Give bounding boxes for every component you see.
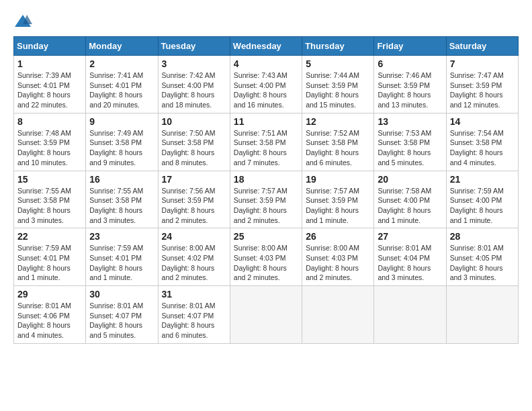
calendar-cell: 6Sunrise: 7:46 AM Sunset: 3:59 PM Daylig… <box>374 56 446 113</box>
cell-content: Sunrise: 7:46 AM Sunset: 3:59 PM Dayligh… <box>378 71 442 110</box>
day-number: 18 <box>234 174 298 185</box>
calendar-cell: 31Sunrise: 8:01 AM Sunset: 4:07 PM Dayli… <box>158 286 230 344</box>
calendar-header-row: SundayMondayTuesdayWednesdayThursdayFrid… <box>14 37 519 56</box>
calendar-table: SundayMondayTuesdayWednesdayThursdayFrid… <box>13 36 519 344</box>
calendar-header-thursday: Thursday <box>302 37 374 56</box>
logo <box>13 13 35 30</box>
calendar-cell: 19Sunrise: 7:57 AM Sunset: 3:59 PM Dayli… <box>302 171 374 228</box>
day-number: 29 <box>17 289 82 300</box>
calendar-cell: 8Sunrise: 7:48 AM Sunset: 3:59 PM Daylig… <box>14 113 86 171</box>
calendar-header-friday: Friday <box>374 37 446 56</box>
day-number: 28 <box>450 231 515 242</box>
calendar-week-5: 29Sunrise: 8:01 AM Sunset: 4:06 PM Dayli… <box>14 286 519 344</box>
cell-content: Sunrise: 7:58 AM Sunset: 4:00 PM Dayligh… <box>378 186 442 226</box>
cell-content: Sunrise: 7:47 AM Sunset: 3:59 PM Dayligh… <box>450 71 515 110</box>
day-number: 5 <box>306 58 370 69</box>
cell-content: Sunrise: 7:52 AM Sunset: 3:58 PM Dayligh… <box>306 128 370 168</box>
day-number: 2 <box>89 58 154 69</box>
cell-content: Sunrise: 8:00 AM Sunset: 4:03 PM Dayligh… <box>234 243 298 283</box>
day-number: 13 <box>378 116 442 127</box>
day-number: 17 <box>162 174 226 185</box>
day-number: 7 <box>450 58 515 69</box>
cell-content: Sunrise: 8:01 AM Sunset: 4:04 PM Dayligh… <box>378 243 442 283</box>
cell-content: Sunrise: 7:59 AM Sunset: 4:01 PM Dayligh… <box>89 243 154 283</box>
cell-content: Sunrise: 7:57 AM Sunset: 3:59 PM Dayligh… <box>306 186 370 226</box>
day-number: 3 <box>162 58 226 69</box>
day-number: 9 <box>89 116 154 127</box>
day-number: 20 <box>378 174 442 185</box>
calendar-cell <box>446 286 518 344</box>
day-number: 12 <box>306 116 370 127</box>
calendar-cell: 28Sunrise: 8:01 AM Sunset: 4:05 PM Dayli… <box>446 228 518 286</box>
cell-content: Sunrise: 7:39 AM Sunset: 4:01 PM Dayligh… <box>17 71 82 110</box>
calendar-cell: 4Sunrise: 7:43 AM Sunset: 4:00 PM Daylig… <box>230 56 302 113</box>
calendar-cell: 10Sunrise: 7:50 AM Sunset: 3:58 PM Dayli… <box>158 113 230 171</box>
calendar-week-1: 1Sunrise: 7:39 AM Sunset: 4:01 PM Daylig… <box>14 56 519 113</box>
calendar-cell: 14Sunrise: 7:54 AM Sunset: 3:58 PM Dayli… <box>446 113 518 171</box>
calendar-cell: 15Sunrise: 7:55 AM Sunset: 3:58 PM Dayli… <box>14 171 86 228</box>
calendar-week-4: 22Sunrise: 7:59 AM Sunset: 4:01 PM Dayli… <box>14 228 519 286</box>
calendar-cell: 1Sunrise: 7:39 AM Sunset: 4:01 PM Daylig… <box>14 56 86 113</box>
calendar-header-monday: Monday <box>86 37 158 56</box>
calendar-cell: 2Sunrise: 7:41 AM Sunset: 4:01 PM Daylig… <box>86 56 158 113</box>
calendar-header-sunday: Sunday <box>14 37 86 56</box>
calendar-cell: 30Sunrise: 8:01 AM Sunset: 4:07 PM Dayli… <box>86 286 158 344</box>
day-number: 26 <box>306 231 370 242</box>
day-number: 4 <box>234 58 298 69</box>
calendar-cell: 7Sunrise: 7:47 AM Sunset: 3:59 PM Daylig… <box>446 56 518 113</box>
cell-content: Sunrise: 7:53 AM Sunset: 3:58 PM Dayligh… <box>378 128 442 168</box>
calendar-cell <box>302 286 374 344</box>
calendar-cell: 20Sunrise: 7:58 AM Sunset: 4:00 PM Dayli… <box>374 171 446 228</box>
cell-content: Sunrise: 7:50 AM Sunset: 3:58 PM Dayligh… <box>162 128 226 168</box>
calendar-week-2: 8Sunrise: 7:48 AM Sunset: 3:59 PM Daylig… <box>14 113 519 171</box>
day-number: 21 <box>450 174 515 185</box>
cell-content: Sunrise: 7:59 AM Sunset: 4:00 PM Dayligh… <box>450 186 515 226</box>
header <box>13 13 519 30</box>
calendar-cell: 25Sunrise: 8:00 AM Sunset: 4:03 PM Dayli… <box>230 228 302 286</box>
cell-content: Sunrise: 7:55 AM Sunset: 3:58 PM Dayligh… <box>17 186 82 226</box>
day-number: 27 <box>378 231 442 242</box>
cell-content: Sunrise: 8:00 AM Sunset: 4:02 PM Dayligh… <box>162 243 226 283</box>
logo-icon <box>13 13 32 30</box>
calendar-cell: 17Sunrise: 7:56 AM Sunset: 3:59 PM Dayli… <box>158 171 230 228</box>
cell-content: Sunrise: 8:00 AM Sunset: 4:03 PM Dayligh… <box>306 243 370 283</box>
calendar-cell: 11Sunrise: 7:51 AM Sunset: 3:58 PM Dayli… <box>230 113 302 171</box>
calendar-cell: 22Sunrise: 7:59 AM Sunset: 4:01 PM Dayli… <box>14 228 86 286</box>
day-number: 24 <box>162 231 226 242</box>
cell-content: Sunrise: 8:01 AM Sunset: 4:07 PM Dayligh… <box>162 301 226 340</box>
calendar-header-tuesday: Tuesday <box>158 37 230 56</box>
calendar-cell: 29Sunrise: 8:01 AM Sunset: 4:06 PM Dayli… <box>14 286 86 344</box>
cell-content: Sunrise: 8:01 AM Sunset: 4:05 PM Dayligh… <box>450 243 515 283</box>
day-number: 19 <box>306 174 370 185</box>
calendar-cell: 16Sunrise: 7:55 AM Sunset: 3:58 PM Dayli… <box>86 171 158 228</box>
day-number: 14 <box>450 116 515 127</box>
cell-content: Sunrise: 7:56 AM Sunset: 3:59 PM Dayligh… <box>162 186 226 226</box>
day-number: 11 <box>234 116 298 127</box>
cell-content: Sunrise: 7:51 AM Sunset: 3:58 PM Dayligh… <box>234 128 298 168</box>
cell-content: Sunrise: 7:44 AM Sunset: 3:59 PM Dayligh… <box>306 71 370 110</box>
day-number: 1 <box>17 58 82 69</box>
cell-content: Sunrise: 7:42 AM Sunset: 4:00 PM Dayligh… <box>162 71 226 110</box>
day-number: 30 <box>89 289 154 300</box>
day-number: 25 <box>234 231 298 242</box>
day-number: 16 <box>89 174 154 185</box>
calendar-cell <box>374 286 446 344</box>
calendar-cell <box>230 286 302 344</box>
calendar-header-wednesday: Wednesday <box>230 37 302 56</box>
calendar-cell: 21Sunrise: 7:59 AM Sunset: 4:00 PM Dayli… <box>446 171 518 228</box>
calendar-cell: 9Sunrise: 7:49 AM Sunset: 3:58 PM Daylig… <box>86 113 158 171</box>
calendar-header-saturday: Saturday <box>446 37 518 56</box>
cell-content: Sunrise: 7:49 AM Sunset: 3:58 PM Dayligh… <box>89 128 154 168</box>
cell-content: Sunrise: 7:59 AM Sunset: 4:01 PM Dayligh… <box>17 243 82 283</box>
cell-content: Sunrise: 7:41 AM Sunset: 4:01 PM Dayligh… <box>89 71 154 110</box>
calendar-cell: 24Sunrise: 8:00 AM Sunset: 4:02 PM Dayli… <box>158 228 230 286</box>
day-number: 10 <box>162 116 226 127</box>
day-number: 22 <box>17 231 82 242</box>
cell-content: Sunrise: 8:01 AM Sunset: 4:07 PM Dayligh… <box>89 301 154 340</box>
calendar-cell: 23Sunrise: 7:59 AM Sunset: 4:01 PM Dayli… <box>86 228 158 286</box>
cell-content: Sunrise: 8:01 AM Sunset: 4:06 PM Dayligh… <box>17 301 82 340</box>
calendar-cell: 13Sunrise: 7:53 AM Sunset: 3:58 PM Dayli… <box>374 113 446 171</box>
cell-content: Sunrise: 7:55 AM Sunset: 3:58 PM Dayligh… <box>89 186 154 226</box>
calendar-cell: 27Sunrise: 8:01 AM Sunset: 4:04 PM Dayli… <box>374 228 446 286</box>
day-number: 6 <box>378 58 442 69</box>
